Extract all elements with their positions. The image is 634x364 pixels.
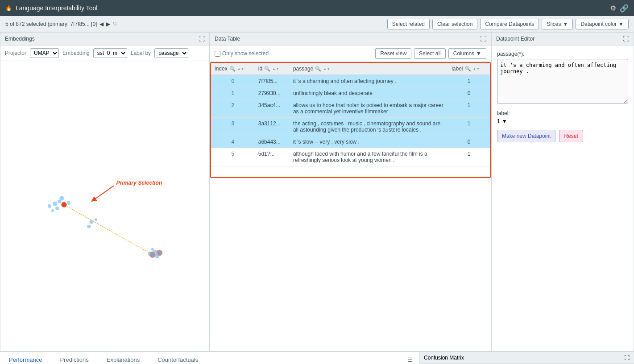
table-row[interactable]: 3 3a3112... the acting , costumes , musi…	[211, 118, 490, 136]
label-sort-icon[interactable]: ▲▼	[473, 67, 480, 71]
editor-header: Datapoint Editor ⛶	[492, 33, 634, 46]
cell-passage: the acting , costumes , music , cinemato…	[290, 118, 448, 136]
label-by-select[interactable]: passage	[154, 48, 188, 58]
cell-label: 1	[448, 148, 490, 166]
table-row[interactable]: 5 5d1?... although laced with humor and …	[211, 148, 490, 166]
datatable-toolbar-right: Reset view Select all Columns ▼	[375, 48, 486, 59]
cell-id: 3a3112...	[255, 118, 290, 136]
header-left: 🔥 Language Interpretability Tool	[5, 4, 97, 12]
slices-button[interactable]: Slices ▼	[542, 19, 573, 29]
cell-id: 345ac4...	[255, 99, 290, 118]
index-search-icon[interactable]: 🔍	[229, 66, 236, 72]
table-body: 0 7f7f85... it 's a charming and often a…	[211, 75, 490, 166]
columns-button[interactable]: Columns ▼	[448, 48, 486, 59]
tab-explanations[interactable]: Explanations	[98, 352, 149, 364]
embeddings-panel: Embeddings ⛶ Projector UMAP Embedding ss…	[0, 32, 210, 352]
cell-passage: unflinchingly bleak and desperate	[290, 87, 448, 99]
cell-id: a6b443...	[255, 136, 290, 148]
col-header-id[interactable]: id 🔍 ▲▼	[255, 63, 290, 75]
passage-search-icon[interactable]: 🔍	[315, 66, 321, 72]
svg-text:Primary Selection: Primary Selection	[116, 180, 162, 186]
cell-label: 1	[448, 118, 490, 136]
table-row[interactable]: 1 279930... unflinchingly bleak and desp…	[211, 87, 490, 99]
editor-actions: Make new Datapoint Reset	[497, 130, 628, 142]
svg-point-16	[157, 250, 162, 256]
cell-passage: allows us to hope that nolan is poised t…	[290, 99, 448, 118]
flame-icon: 🔥	[5, 5, 12, 11]
svg-point-9	[95, 218, 97, 221]
col-header-index[interactable]: index 🔍 ▲▼	[211, 63, 255, 75]
label-search-icon[interactable]: 🔍	[465, 66, 471, 72]
col-header-passage[interactable]: passage 🔍 ▲▼	[290, 63, 448, 75]
svg-point-6	[51, 209, 54, 212]
embeddings-controls: Projector UMAP Embedding sst_0_m Label b…	[0, 46, 209, 61]
table-header-row: index 🔍 ▲▼ id 🔍 ▲▼	[211, 63, 490, 75]
app-title: Language Interpretability Tool	[16, 4, 97, 12]
table-row[interactable]: 2 345ac4... allows us to hope that nolan…	[211, 99, 490, 118]
cell-label: 0	[448, 87, 490, 99]
selection-bar: 5 of 872 selected (primary: 7f7f85... [0…	[0, 16, 634, 32]
data-table: index 🔍 ▲▼ id 🔍 ▲▼	[211, 63, 490, 166]
select-related-button[interactable]: Select related	[387, 19, 430, 29]
reset-view-button[interactable]: Reset view	[375, 48, 411, 59]
nav-next-icon[interactable]: ▶	[106, 21, 110, 27]
id-sort-icon[interactable]: ▲▼	[272, 67, 279, 71]
projector-select[interactable]: UMAP	[30, 48, 59, 58]
passage-sort-icon[interactable]: ▲▼	[323, 67, 330, 71]
main-layout: Embeddings ⛶ Projector UMAP Embedding ss…	[0, 32, 634, 352]
heart-icon[interactable]: ♡	[113, 21, 118, 27]
columns-chevron-icon: ▼	[476, 50, 481, 57]
embedding-select[interactable]: sst_0_m	[93, 48, 127, 58]
datatable-header: Data Table ⛶	[210, 33, 491, 46]
datapoint-color-button[interactable]: Datapoint color ▼	[576, 19, 629, 29]
label-by-label: Label by	[131, 50, 151, 56]
datapoint-color-label: Datapoint color	[580, 21, 617, 27]
reset-button[interactable]: Reset	[559, 130, 583, 142]
table-row[interactable]: 0 7f7f85... it 's a charming and often a…	[211, 75, 490, 87]
col-header-label[interactable]: label 🔍 ▲▼	[448, 63, 490, 75]
cell-label: 1	[448, 75, 490, 87]
cell-label: 0	[448, 136, 490, 148]
embedding-canvas: Primary Selection	[0, 61, 209, 351]
tab-performance[interactable]: Performance	[0, 352, 51, 364]
cell-index: 4	[211, 136, 255, 148]
confusion-section: Confusion Matrix ⛶ Rows label Columns ss…	[419, 352, 634, 364]
label-chevron-icon[interactable]: ▼	[502, 118, 507, 124]
svg-point-10	[87, 225, 91, 228]
settings-icon[interactable]: ⚙	[610, 4, 616, 12]
index-sort-icon[interactable]: ▲▼	[237, 67, 244, 71]
confusion-expand-icon[interactable]: ⛶	[624, 355, 630, 361]
link-icon[interactable]: 🔗	[620, 4, 629, 12]
tab-predictions[interactable]: Predictions	[51, 352, 97, 364]
header-icons: ⚙ 🔗	[610, 4, 629, 12]
compare-datapoints-button[interactable]: Compare Datapoints	[480, 19, 539, 29]
embeddings-expand-icon[interactable]: ⛶	[199, 35, 205, 42]
id-search-icon[interactable]: 🔍	[264, 66, 270, 72]
cell-passage: it 's a charming and often affecting jou…	[290, 75, 448, 87]
tab-menu-icon[interactable]: ☰	[402, 352, 419, 364]
table-row[interactable]: 4 a6b443... it 's slow -- very , very sl…	[211, 136, 490, 148]
bottom-section: Performance Predictions Explanations Cou…	[0, 352, 634, 364]
tabs-section: Performance Predictions Explanations Cou…	[0, 352, 419, 364]
svg-point-14	[151, 248, 154, 251]
passage-textarea[interactable]: it 's a charming and often affecting jou…	[497, 59, 628, 103]
label-value: 1	[497, 118, 500, 124]
datatable-expand-icon[interactable]: ⛶	[480, 35, 486, 42]
select-all-button[interactable]: Select all	[414, 48, 446, 59]
embeddings-visualization: Primary Selection	[0, 61, 209, 351]
tab-counterfactuals[interactable]: Counterfactuals	[149, 352, 207, 364]
cell-passage: although laced with humor and a few fanc…	[290, 148, 448, 166]
only-show-selected-label: Only show selected	[215, 50, 269, 57]
cell-label: 1	[448, 99, 490, 118]
confusion-header: Confusion Matrix ⛶	[419, 352, 634, 364]
make-datapoint-button[interactable]: Make new Datapoint	[497, 130, 555, 142]
columns-label: Columns	[453, 50, 474, 57]
slices-chevron-icon: ▼	[563, 21, 568, 27]
label-section: label: 1 ▼	[497, 110, 628, 124]
cell-id: 7f7f85...	[255, 75, 290, 87]
editor-expand-icon[interactable]: ⛶	[623, 35, 629, 42]
only-show-selected-checkbox[interactable]	[215, 51, 220, 57]
cell-id: 5d1?...	[255, 148, 290, 166]
nav-prev-icon[interactable]: ◀	[99, 21, 104, 27]
clear-selection-button[interactable]: Clear selection	[432, 19, 477, 29]
